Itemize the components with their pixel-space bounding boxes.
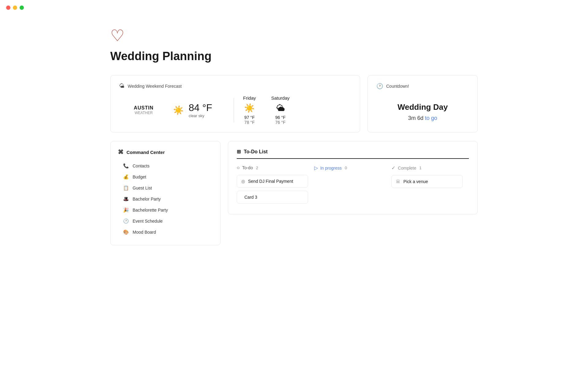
in-progress-icon: ▷	[314, 165, 318, 171]
mood-board-icon: 🎨	[123, 229, 129, 235]
todo-circle-icon: ○	[237, 165, 240, 171]
command-center-icon: ⌘	[118, 149, 123, 155]
todo-col-in-progress-count: 0	[345, 166, 347, 170]
sidebar-item-mood-board[interactable]: 🎨 Mood Board	[117, 227, 214, 238]
todo-list-icon: ⊞	[237, 149, 241, 155]
weather-label: WEATHER	[119, 111, 168, 115]
sidebar-item-mood-board-label: Mood Board	[133, 230, 156, 235]
sidebar-item-event-schedule-label: Event Schedule	[133, 219, 163, 224]
main-content: ♡ Wedding Planning 🌤 Wedding Weekend For…	[80, 0, 508, 264]
todo-column-todo: ○ To-do 2 ◎ Send DJ Final Payment Card 3	[237, 165, 314, 207]
logo-area: ♡	[110, 28, 478, 44]
forecast-friday-name: Friday	[243, 95, 256, 101]
forecast-friday-high: 97 °F	[243, 115, 256, 120]
sidebar-item-guest-list[interactable]: 📋 Guest List	[117, 182, 214, 194]
sidebar-item-bachelorette-party[interactable]: 🎉 Bachelorette Party	[117, 205, 214, 216]
todo-column-in-progress: ▷ In progress 0	[314, 165, 392, 207]
guest-list-icon: 📋	[123, 185, 129, 191]
sidebar-item-bachelorette-party-label: Bachelorette Party	[133, 208, 168, 213]
todo-col-todo-count: 2	[256, 166, 258, 170]
countdown-time-value: 3m 6d	[408, 115, 423, 121]
command-center-card: ⌘ Command Center 📞 Contacts 💰 Budget 📋 G…	[110, 141, 221, 245]
todo-item-card3[interactable]: Card 3	[237, 191, 308, 204]
sidebar-item-bachelor-party[interactable]: 🎩 Bachelor Party	[117, 194, 214, 205]
weather-current-desc: clear sky	[189, 113, 212, 118]
todo-col-complete-header: ✓ Complete 1	[391, 165, 463, 171]
venue-icon: 🏛	[396, 179, 400, 184]
command-center-list: 📞 Contacts 💰 Budget 📋 Guest List 🎩 Bache…	[117, 160, 214, 238]
todo-col-in-progress-header: ▷ In progress 0	[314, 165, 386, 171]
weather-current-icon: ☀️	[173, 105, 184, 115]
top-row: 🌤 Wedding Weekend Forecast AUSTIN WEATHE…	[110, 75, 478, 132]
countdown-header: 🕐 Countdown!	[376, 83, 469, 90]
event-schedule-icon: 🕐	[123, 218, 129, 224]
sidebar-item-event-schedule[interactable]: 🕐 Event Schedule	[117, 216, 214, 227]
forecast-saturday-high: 96 °F	[271, 115, 290, 120]
sidebar-item-contacts-label: Contacts	[133, 163, 149, 168]
countdown-body: Wedding Day 3m 6d to go	[376, 96, 469, 125]
bachelorette-party-icon: 🎉	[123, 207, 129, 213]
forecast-friday-icon: ☀️	[243, 103, 256, 113]
close-button[interactable]	[6, 6, 10, 10]
todo-item-dj-icon: ◎	[241, 179, 245, 184]
todo-item-card3-label: Card 3	[244, 195, 257, 200]
complete-check-icon: ✓	[391, 165, 395, 171]
countdown-header-icon: 🕐	[376, 83, 383, 90]
todo-columns: ○ To-do 2 ◎ Send DJ Final Payment Card 3	[237, 165, 469, 207]
todo-col-complete-count: 1	[419, 166, 421, 170]
sidebar-item-budget[interactable]: 💰 Budget	[117, 171, 214, 182]
weather-location: AUSTIN WEATHER	[119, 105, 168, 115]
minimize-button[interactable]	[13, 6, 17, 10]
maximize-button[interactable]	[20, 6, 24, 10]
todo-item-venue-label: Pick a venue	[403, 179, 428, 184]
todo-title-row: ⊞ To-Do List	[237, 149, 469, 159]
todo-item-dj-payment[interactable]: ◎ Send DJ Final Payment	[237, 175, 308, 188]
countdown-time: 3m 6d to go	[408, 115, 437, 121]
sidebar-item-contacts[interactable]: 📞 Contacts	[117, 160, 214, 171]
forecast-saturday-low: 76 °F	[271, 120, 290, 125]
forecast-friday: Friday ☀️ 97 °F 78 °F	[243, 95, 256, 125]
countdown-event-name: Wedding Day	[398, 102, 448, 112]
weather-current-temp: 84 °F	[189, 102, 212, 113]
todo-item-dj-label: Send DJ Final Payment	[248, 179, 293, 184]
countdown-header-label: Countdown!	[386, 84, 409, 89]
forecast-saturday-name: Saturday	[271, 95, 290, 101]
weather-card-header: 🌤 Wedding Weekend Forecast	[119, 83, 351, 89]
countdown-to-go: to go	[425, 115, 437, 121]
todo-col-todo-label: To-do	[242, 165, 253, 170]
weather-divider	[234, 98, 234, 122]
contacts-icon: 📞	[123, 163, 129, 169]
forecast-saturday: Saturday 🌥 96 °F 76 °F	[271, 95, 290, 125]
weather-city: AUSTIN	[119, 105, 168, 111]
command-center-header: ⌘ Command Center	[117, 149, 214, 155]
weather-forecast: Friday ☀️ 97 °F 78 °F Saturday 🌥 96 °F 7…	[243, 95, 290, 125]
sidebar-item-guest-list-label: Guest List	[133, 186, 152, 190]
traffic-lights	[0, 0, 30, 15]
page-title: Wedding Planning	[110, 50, 478, 63]
bottom-row: ⌘ Command Center 📞 Contacts 💰 Budget 📋 G…	[110, 141, 478, 245]
weather-current-temp-block: 84 °F clear sky	[189, 102, 212, 118]
todo-title-label: To-Do List	[244, 149, 268, 155]
command-center-label: Command Center	[126, 150, 165, 155]
weather-header-icon: 🌤	[119, 83, 125, 89]
budget-icon: 💰	[123, 174, 129, 180]
todo-col-todo-header: ○ To-do 2	[237, 165, 308, 171]
forecast-friday-low: 78 °F	[243, 120, 256, 125]
sidebar-item-bachelor-party-label: Bachelor Party	[133, 197, 161, 201]
todo-item-venue[interactable]: 🏛 Pick a venue	[391, 175, 463, 188]
todo-column-complete: ✓ Complete 1 🏛 Pick a venue	[391, 165, 469, 207]
todo-col-complete-label: Complete	[398, 166, 416, 171]
sidebar-item-budget-label: Budget	[133, 174, 146, 179]
weather-main: AUSTIN WEATHER ☀️ 84 °F clear sky Friday…	[119, 95, 351, 125]
todo-card: ⊞ To-Do List ○ To-do 2 ◎ Send DJ Final P…	[228, 141, 478, 214]
heart-icon: ♡	[110, 28, 478, 44]
countdown-card: 🕐 Countdown! Wedding Day 3m 6d to go	[368, 75, 478, 132]
weather-header-label: Wedding Weekend Forecast	[128, 84, 182, 89]
forecast-saturday-icon: 🌥	[271, 103, 290, 113]
todo-col-in-progress-label: In progress	[320, 166, 342, 171]
weather-card: 🌤 Wedding Weekend Forecast AUSTIN WEATHE…	[110, 75, 360, 132]
bachelor-party-icon: 🎩	[123, 196, 129, 202]
